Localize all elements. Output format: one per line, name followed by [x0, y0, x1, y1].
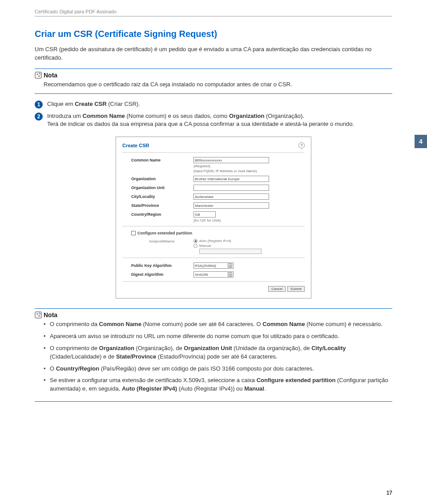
note-bullet: O comprimento de Organization (Organizaç…: [44, 344, 392, 361]
common-name-label: Common Name: [131, 157, 193, 162]
public-key-select[interactable]: RSA(2048bit)▾: [193, 262, 234, 269]
configure-extended-label: Configure extended partition: [137, 231, 192, 235]
country-hint: (Ex.'US' for USA): [193, 218, 305, 222]
country-input[interactable]: GB: [193, 211, 216, 218]
breadcrumb: Certificado Digital para PDF Assinado: [35, 9, 392, 14]
intro-text: Um CSR (pedido de assinatura de certific…: [35, 45, 392, 62]
configure-extended-checkbox[interactable]: [131, 231, 136, 235]
city-label: City/Locality: [131, 194, 193, 199]
page-number: 17: [387, 490, 392, 496]
manual-radio[interactable]: Manual: [193, 244, 305, 248]
public-key-label: Public Key Algorithm: [131, 262, 193, 268]
digest-select[interactable]: SHA256▾: [193, 271, 234, 278]
city-input[interactable]: Audenshaw: [193, 194, 269, 200]
note-icon: [35, 72, 42, 79]
note-bullet-list: O comprimento da Common Name (Nome comum…: [44, 320, 392, 393]
step-text: Introduza um Common Name (Nome comum) e …: [47, 112, 392, 129]
organization-unit-input[interactable]: [193, 185, 269, 191]
auto-radio[interactable]: Auto (Register IPv4): [193, 239, 305, 243]
section-tab: 4: [415, 135, 427, 148]
note-bullet: Se estiver a configurar uma extensão de …: [44, 376, 392, 393]
chevron-down-icon: ▾: [228, 272, 232, 277]
radio-dot-icon: [193, 239, 197, 243]
step-text: Clique em Create CSR (Criar CSR).: [47, 100, 392, 109]
manual-input[interactable]: [199, 249, 262, 254]
step-1: 1 Clique em Create CSR (Criar CSR).: [35, 100, 392, 109]
organization-label: Organization: [131, 176, 193, 181]
note-title: Nota: [44, 72, 57, 79]
note-bullet: Aparecerá um aviso se introduzir no URL …: [44, 332, 392, 341]
note-block-2: Nota O comprimento da Common Name (Nome …: [35, 308, 392, 402]
organization-unit-label: Organization Unit: [131, 185, 193, 190]
chevron-down-icon: ▾: [228, 263, 232, 268]
step-number: 2: [35, 113, 43, 121]
note-block-1: Nota Recomendamos que o certificado raiz…: [35, 69, 392, 94]
page-title: Criar um CSR (Certificate Signing Reques…: [35, 29, 392, 39]
note-body: Recomendamos que o certificado raiz da C…: [35, 81, 392, 89]
csr-form-screenshot: Create CSR ? Common Name BRNxxxxxxxxxxx …: [116, 137, 311, 298]
note-title: Nota: [44, 311, 57, 319]
note-bullet: O Country/Region (País/Região) deve ser …: [44, 365, 392, 373]
required-hint: (Required): [193, 164, 305, 168]
note-icon: [35, 311, 42, 319]
state-label: State/Province: [131, 202, 193, 208]
steps-list: 1 Clique em Create CSR (Criar CSR). 2 In…: [35, 100, 392, 129]
country-label: Country/Region: [131, 211, 193, 217]
help-icon[interactable]: ?: [298, 142, 305, 149]
step-2: 2 Introduza um Common Name (Nome comum) …: [35, 112, 392, 129]
form-title: Create CSR: [122, 143, 149, 148]
submit-button[interactable]: Submit: [287, 286, 305, 292]
note-bullet: O comprimento da Common Name (Nome comum…: [44, 320, 392, 329]
top-divider: [35, 16, 392, 16]
digest-label: Digest Algorithm: [131, 271, 193, 277]
radio-dot-icon: [193, 244, 197, 248]
common-name-input[interactable]: BRNxxxxxxxxxxx: [193, 157, 269, 163]
cancel-button[interactable]: Cancel: [268, 286, 286, 292]
state-input[interactable]: Manchester: [193, 202, 269, 209]
step-number: 1: [35, 101, 43, 109]
fqdn-hint: (Input FQDN, IP Address or Host Name): [193, 169, 305, 173]
subject-alt-name-label: SubjectAltName: [149, 239, 193, 254]
organization-input[interactable]: Brother International Europe: [193, 176, 269, 182]
